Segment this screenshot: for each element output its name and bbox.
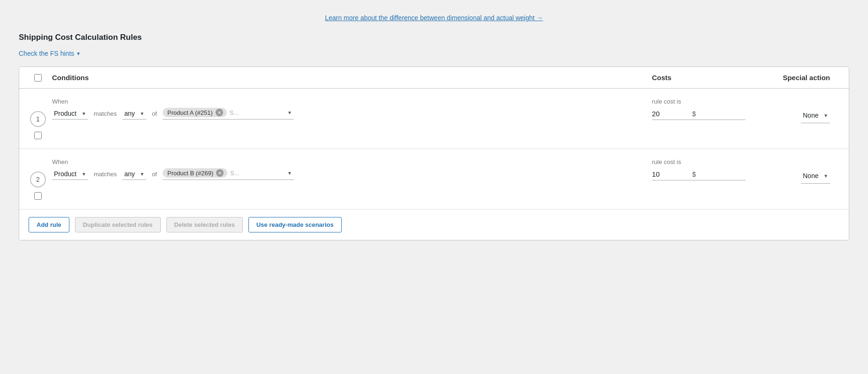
- rule-2-matches-label: matches: [94, 171, 117, 178]
- rule-2-currency: $: [692, 171, 696, 178]
- add-rule-button[interactable]: Add rule: [29, 217, 69, 232]
- rule-2-special-action: rule cost is None ▼: [746, 158, 839, 184]
- rule-1-product-selector[interactable]: Product A (#251) ✕ S... ▼: [163, 108, 294, 120]
- rule-1-condition-select[interactable]: Product: [52, 108, 88, 120]
- rule-2-checkbox[interactable]: [34, 192, 42, 200]
- rule-number-1: 1: [30, 111, 46, 127]
- rule-1-of-label: of: [152, 110, 157, 117]
- rule-1-tag-remove[interactable]: ✕: [216, 109, 223, 116]
- rule-1-product-tag: Product A (#251) ✕: [163, 108, 227, 117]
- select-all-checkbox[interactable]: [34, 74, 42, 82]
- rule-2-condition-select[interactable]: Product: [52, 168, 88, 180]
- rule-2-product-selector[interactable]: Product B (#269) ✕ S... ▼: [163, 168, 294, 180]
- use-scenarios-button[interactable]: Use ready-made scenarios: [248, 217, 342, 232]
- rule-2-costs: rule cost is $: [652, 158, 746, 180]
- rule-2-special-select[interactable]: None: [801, 170, 830, 181]
- rule-2-product-tag: Product B (#269) ✕: [163, 168, 227, 178]
- rule-1-costs: rule cost is $: [652, 98, 746, 120]
- rule-2-search-placeholder[interactable]: S...: [230, 170, 294, 177]
- rule-1-matches-select[interactable]: any all: [122, 108, 146, 120]
- table-row: 1 When Product ▼ matches any all: [19, 89, 849, 149]
- rule-2-conditions: When Product ▼ matches any all ▼ of: [47, 158, 652, 180]
- rule-1-search-placeholder[interactable]: S...: [230, 109, 294, 116]
- rules-table: Conditions Costs Special action 1 When P…: [19, 67, 849, 240]
- rule-2-matches-select[interactable]: any all: [122, 168, 146, 180]
- delete-rules-button[interactable]: Delete selected rules: [166, 217, 243, 232]
- rule-2-when-label: When: [52, 158, 643, 165]
- rule-2-tag-label: Product B (#269): [167, 170, 213, 177]
- duplicate-rules-button[interactable]: Duplicate selected rules: [75, 217, 161, 232]
- rule-number-2: 2: [30, 172, 46, 187]
- rule-1-tag-label: Product A (#251): [167, 109, 213, 116]
- conditions-header: Conditions: [47, 74, 652, 82]
- dimensional-weight-link[interactable]: Learn more about the difference between …: [19, 14, 849, 22]
- rule-1-matches-label: matches: [94, 110, 117, 117]
- rule-1-cost-label: rule cost is: [652, 98, 746, 105]
- rule-1-conditions: When Product ▼ matches any all ▼ of: [47, 98, 652, 120]
- special-action-header: Special action: [746, 74, 839, 82]
- table-row: 2 When Product ▼ matches any all: [19, 149, 849, 209]
- section-title: Shipping Cost Calculation Rules: [19, 33, 849, 42]
- rule-2-cost-input[interactable]: [652, 170, 689, 178]
- rule-1-currency: $: [692, 110, 696, 118]
- table-header: Conditions Costs Special action: [19, 67, 849, 89]
- rule-1-special-select[interactable]: None: [801, 110, 830, 121]
- rule-2-cost-label: rule cost is: [652, 158, 746, 165]
- costs-header: Costs: [652, 74, 746, 82]
- rule-1-when-label: When: [52, 98, 643, 105]
- fs-hints-arrow: ▼: [76, 51, 81, 56]
- rule-2-tag-remove[interactable]: ✕: [216, 169, 224, 177]
- rule-1-cost-input[interactable]: [652, 110, 689, 118]
- table-footer: Add rule Duplicate selected rules Delete…: [19, 209, 849, 240]
- fs-hints-label: Check the FS hints: [19, 50, 74, 57]
- rule-2-of-label: of: [152, 171, 157, 178]
- rule-1-special-action: rule cost is None ▼: [746, 98, 839, 123]
- rule-1-checkbox[interactable]: [34, 132, 42, 139]
- fs-hints-link[interactable]: Check the FS hints ▼: [19, 50, 81, 57]
